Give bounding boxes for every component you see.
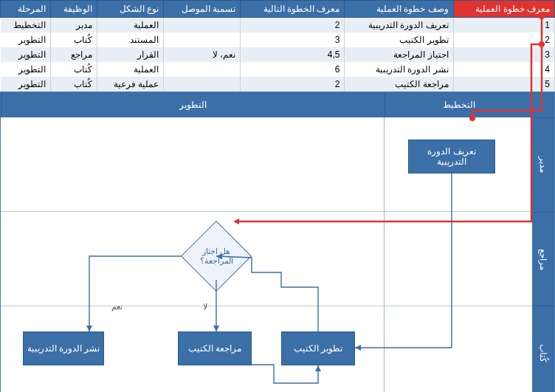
lane-manager: مدير: [532, 117, 554, 212]
cell-phase: التطوير: [1, 77, 51, 92]
cell-conn: [164, 62, 241, 77]
lane-writer: كُتاب: [532, 306, 554, 392]
lane-divider: [1, 211, 532, 212]
edge-no: لا: [203, 302, 207, 312]
cell-desc: مراجعة الكتيب: [345, 77, 453, 92]
cell-shape: عملية فرعية: [97, 77, 164, 92]
cell-conn: [164, 18, 241, 33]
cell-id: 3: [453, 47, 554, 62]
cell-next: 6: [241, 62, 345, 77]
lane-divider: [1, 306, 532, 306]
cell-phase: التطوير: [1, 32, 51, 47]
table-row: 1تعريف الدورة التدريبية2العمليةمديرالتخط…: [1, 18, 555, 33]
cell-shape: العملية: [97, 62, 164, 77]
table-row: 5مراجعة الكتيب2عملية فرعيةكُتابالتطوير: [1, 77, 555, 92]
cell-conn: نعم، لا: [164, 47, 241, 62]
edge-yes: نعم: [111, 302, 123, 312]
cell-role: كُتاب: [51, 77, 97, 92]
node-pass-review: هل اجتاز المراجعة؟: [181, 232, 252, 281]
node-review-handbook: مراجعة الكتيب: [178, 331, 252, 365]
cell-conn: [164, 77, 241, 92]
table-row: 4نشر الدورة التدريبية6العمليةكُتابالتطوي…: [1, 62, 555, 77]
col-next: معرف الخطوة التالية: [241, 1, 345, 18]
node-publish-course: نشر الدورة التدريبية: [23, 331, 104, 365]
col-phase: المرحلة: [1, 1, 51, 18]
flow-canvas: تعريف الدورة التدريبية تطوير الكتيب هل ا…: [1, 117, 532, 392]
col-role: الوظيفة: [51, 1, 97, 18]
cell-role: مراجع: [51, 47, 97, 62]
phase-dev: التطوير: [1, 92, 385, 117]
cell-desc: تطوير الكتيب: [345, 32, 453, 47]
cell-next: 4,5: [241, 47, 345, 62]
cell-id: 5: [453, 77, 554, 92]
cell-desc: نشر الدورة التدريبية: [345, 62, 453, 77]
cell-desc: اجتياز المراجعة: [345, 47, 453, 62]
cell-phase: التخطيط: [1, 18, 51, 33]
cell-phase: التطوير: [1, 47, 51, 62]
cell-desc: تعريف الدورة التدريبية: [345, 18, 453, 33]
cell-next: 2: [241, 77, 345, 92]
cell-id: 4: [453, 62, 554, 77]
node-define-course: تعريف الدورة التدريبية: [408, 140, 495, 173]
col-shape: نوع الشكل: [97, 1, 164, 18]
col-id: معرف خطوة العملية: [453, 1, 554, 18]
col-desc: وصف خطوة العملية: [345, 1, 453, 18]
cell-shape: المستند: [97, 32, 164, 47]
cell-id: 1: [453, 18, 554, 33]
phase-plan: التخطيط: [385, 92, 532, 117]
cell-id: 2: [453, 32, 554, 47]
corner: [532, 92, 554, 117]
cell-role: كُتاب: [51, 62, 97, 77]
cell-phase: التطوير: [1, 62, 51, 77]
table-row: 2تطوير الكتيب3المستندكُتابالتطوير: [1, 32, 555, 47]
cell-shape: العملية: [97, 18, 164, 33]
cell-next: 2: [241, 18, 345, 33]
cell-role: مدير: [51, 18, 97, 33]
swimlane-diagram: التخطيط التطوير مدير مراجع كُتاب تعريف ا…: [0, 92, 555, 392]
cell-next: 3: [241, 32, 345, 47]
table-row: 3اجتياز المراجعة4,5نعم، لاالقرارمراجعالت…: [1, 47, 555, 62]
data-table: معرف خطوة العملية وصف خطوة العملية معرف …: [0, 0, 555, 92]
lane-reviewer: مراجع: [532, 212, 554, 306]
cell-shape: القرار: [97, 47, 164, 62]
node-develop-handbook: تطوير الكتيب: [281, 331, 355, 365]
phase-divider: [384, 117, 385, 392]
cell-role: كُتاب: [51, 32, 97, 47]
cell-conn: [164, 32, 241, 47]
col-conn: تسمية الموصل: [164, 1, 241, 18]
